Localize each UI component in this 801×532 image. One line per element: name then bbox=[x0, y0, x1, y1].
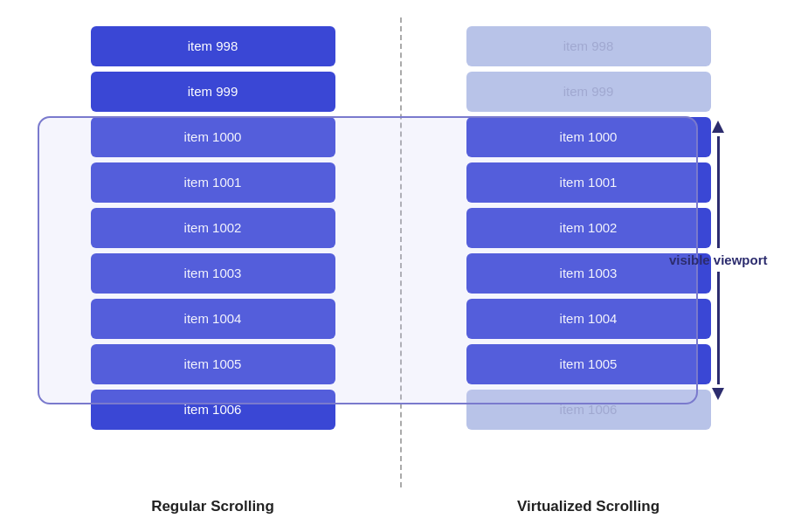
regular-item-1000: item 1000 bbox=[91, 117, 335, 157]
viewport-arrow-area: visible viewport bbox=[669, 121, 768, 400]
regular-label: Regular Scrolling bbox=[25, 498, 401, 515]
regular-column: item 998 item 999 item 1000 item 1001 it… bbox=[25, 17, 401, 487]
virtual-item-999: item 999 bbox=[466, 72, 711, 112]
regular-item-1002: item 1002 bbox=[91, 208, 335, 248]
column-divider bbox=[400, 17, 402, 487]
regular-item-998: item 998 bbox=[91, 26, 335, 66]
labels-row: Regular Scrolling Virtualized Scrolling bbox=[25, 487, 777, 515]
arrow-line-2 bbox=[717, 272, 720, 383]
regular-item-999: item 999 bbox=[91, 72, 335, 112]
virtual-item-998: item 998 bbox=[466, 26, 711, 66]
regular-item-1001: item 1001 bbox=[91, 162, 335, 203]
regular-item-1005: item 1005 bbox=[91, 344, 335, 384]
arrow-up-icon bbox=[712, 121, 724, 133]
virtualized-label: Virtualized Scrolling bbox=[401, 498, 777, 515]
diagram: item 998 item 999 item 1000 item 1001 it… bbox=[25, 17, 777, 515]
regular-item-1003: item 1003 bbox=[91, 253, 335, 294]
viewport-label: visible viewport bbox=[669, 252, 768, 269]
regular-item-1004: item 1004 bbox=[91, 299, 335, 339]
arrow-line bbox=[717, 136, 720, 248]
columns-area: item 998 item 999 item 1000 item 1001 it… bbox=[25, 17, 777, 487]
regular-item-1006: item 1006 bbox=[91, 390, 335, 430]
arrow-down-icon bbox=[712, 388, 724, 400]
